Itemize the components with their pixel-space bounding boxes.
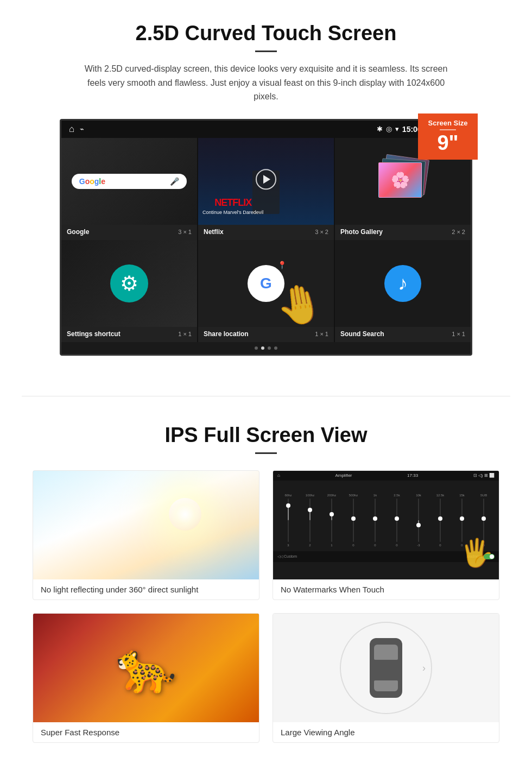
- car-body: [370, 638, 402, 698]
- google-label: Google 3 × 1: [61, 225, 197, 240]
- google-bg: Google 🎤: [61, 138, 197, 225]
- app-labels-row1: Google 3 × 1 Netflix 3 × 2 Photo Gallery…: [61, 225, 471, 240]
- cheetah-caption: Super Fast Response: [33, 722, 259, 742]
- eq-handle-3: [330, 512, 334, 516]
- settings-app-cell[interactable]: ⚙: [61, 240, 197, 327]
- screen-size-badge: Screen Size 9": [418, 113, 478, 160]
- sound-icon-circle: ♪: [384, 265, 421, 302]
- wifi-icon: ▾: [395, 125, 399, 133]
- netflix-subtitle: Continue Marvel's Daredevil: [202, 210, 263, 215]
- sound-label-size: 1 × 1: [452, 331, 465, 337]
- sunlight-caption: No light reflecting under 360° direct su…: [33, 579, 259, 600]
- section-divider-line: [22, 396, 510, 396]
- nav-dot-3: [268, 346, 271, 350]
- eq-track-1: [288, 499, 289, 542]
- sound-search-app-cell[interactable]: ♪: [335, 240, 471, 327]
- netflix-bg: NETFLIX Continue Marvel's Daredevil: [198, 138, 334, 225]
- google-label-size: 3 × 1: [178, 229, 192, 235]
- amp-icons: ⊡ ◁) ⊠ ⬜: [473, 473, 495, 478]
- eq-handle-8: [438, 516, 442, 521]
- sunlight-image: [33, 471, 259, 579]
- car-arrow-icon: ›: [422, 662, 426, 673]
- sound-label: Sound Search 1 × 1: [335, 327, 471, 342]
- eq-track-10: [483, 499, 484, 542]
- hand-gesture-icon: 🤚: [273, 279, 327, 327]
- cheetah-image: 🐆: [33, 614, 259, 722]
- music-note-icon: ♪: [398, 272, 408, 295]
- usb-icon: ⌁: [80, 125, 84, 133]
- eq-col-8: 12.5k 0: [430, 494, 450, 547]
- google-search-bar[interactable]: Google 🎤: [72, 174, 187, 189]
- share-location-app-cell[interactable]: G 📍 🤚: [198, 240, 334, 327]
- amp-custom-label: ◁◁ Custom: [277, 554, 297, 559]
- eq-fill-1: [288, 507, 289, 520]
- sound-bg: ♪: [335, 240, 471, 327]
- badge-size: 9": [437, 131, 458, 154]
- eq-track-9: [461, 499, 463, 542]
- sun-glow: [169, 498, 201, 531]
- gallery-label: Photo Gallery 2 × 2: [335, 225, 471, 240]
- eq-handle-10: [482, 516, 486, 521]
- netflix-app-cell[interactable]: NETFLIX Continue Marvel's Daredevil: [198, 138, 334, 225]
- netflix-play-button[interactable]: [256, 169, 276, 190]
- curved-screen-section: 2.5D Curved Touch Screen With 2.5D curve…: [0, 0, 532, 374]
- netflix-label: Netflix 3 × 2: [198, 225, 334, 240]
- sound-label-name: Sound Search: [340, 330, 384, 338]
- eq-handle-1: [286, 503, 290, 508]
- ips-section: IPS Full Screen View No light reflecting…: [0, 418, 532, 757]
- play-triangle-icon: [263, 175, 270, 184]
- car-windshield: [374, 645, 398, 660]
- eq-label-7: 10k: [416, 494, 421, 497]
- settings-bg: ⚙: [61, 240, 197, 327]
- netflix-label-name: Netflix: [204, 228, 224, 236]
- eq-val-4: 0: [352, 544, 354, 547]
- photo-card-3: 🌸: [378, 162, 422, 198]
- eq-label-5: 1k: [373, 494, 377, 497]
- section1-divider: [255, 51, 277, 52]
- location-icon: ◎: [386, 125, 392, 133]
- eq-handle-4: [351, 516, 356, 521]
- eq-col-6: 2.5k 0: [387, 494, 407, 547]
- share-cell-content: G 📍 🤚: [198, 240, 334, 327]
- eq-col-7: 10k -3: [409, 494, 428, 547]
- badge-divider: [440, 129, 456, 130]
- google-cell-content: Google 🎤: [61, 138, 197, 225]
- settings-label: Settings shortcut 1 × 1: [61, 327, 197, 342]
- sunlight-visual: [33, 471, 259, 579]
- netflix-cell-content: NETFLIX Continue Marvel's Daredevil: [198, 138, 334, 225]
- car-image: ›: [273, 614, 499, 722]
- status-bar-left: ⌂ ⌁: [69, 124, 84, 135]
- section2-divider: [255, 452, 277, 454]
- eq-fill-2: [309, 512, 311, 520]
- google-app-cell[interactable]: Google 🎤: [61, 138, 197, 225]
- settings-cell-content: ⚙: [61, 240, 197, 327]
- google-logo: Google: [79, 177, 105, 186]
- nav-dot-4: [274, 346, 277, 350]
- settings-label-name: Settings shortcut: [67, 330, 121, 338]
- amp-hand-icon: 🖐: [460, 537, 493, 569]
- feature-sunlight-card: No light reflecting under 360° direct su…: [33, 470, 259, 600]
- nav-dot-2: [261, 346, 264, 350]
- android-screen: ⌂ ⌁ ✱ ◎ ▾ 15:06 ⊡ ◁) ⊠ ⬜: [60, 119, 472, 356]
- eq-track-7: [418, 499, 419, 542]
- eq-track-6: [396, 499, 397, 542]
- app-grid-row2: ⚙ G 📍 🤚: [61, 240, 471, 327]
- eq-label-1: 60hz: [284, 494, 292, 497]
- cheetah-visual: 🐆: [33, 614, 259, 722]
- nav-dot-1: [255, 346, 258, 350]
- app-labels-row2: Settings shortcut 1 × 1 Share location 1…: [61, 327, 471, 342]
- home-icon: ⌂: [69, 124, 74, 135]
- section1-title: 2.5D Curved Touch Screen: [33, 22, 499, 45]
- app-grid-row1: Google 🎤: [61, 138, 471, 225]
- settings-gear-icon: ⚙: [120, 272, 138, 295]
- amp-home-icon: ⌂: [277, 473, 280, 478]
- eq-handle-9: [460, 516, 464, 521]
- eq-track-5: [375, 499, 376, 542]
- flower-emoji: 🌸: [391, 171, 410, 189]
- amplifier-visual: ⌂ Amplifier 17:33 ⊡ ◁) ⊠ ⬜ 60hz: [273, 471, 499, 579]
- eq-label-3: 200hz: [327, 494, 336, 497]
- bluetooth-icon: ✱: [377, 125, 383, 133]
- eq-val-6: 0: [396, 544, 397, 547]
- eq-col-1: 60hz 3: [278, 494, 298, 547]
- status-bar: ⌂ ⌁ ✱ ◎ ▾ 15:06 ⊡ ◁) ⊠ ⬜: [61, 121, 471, 138]
